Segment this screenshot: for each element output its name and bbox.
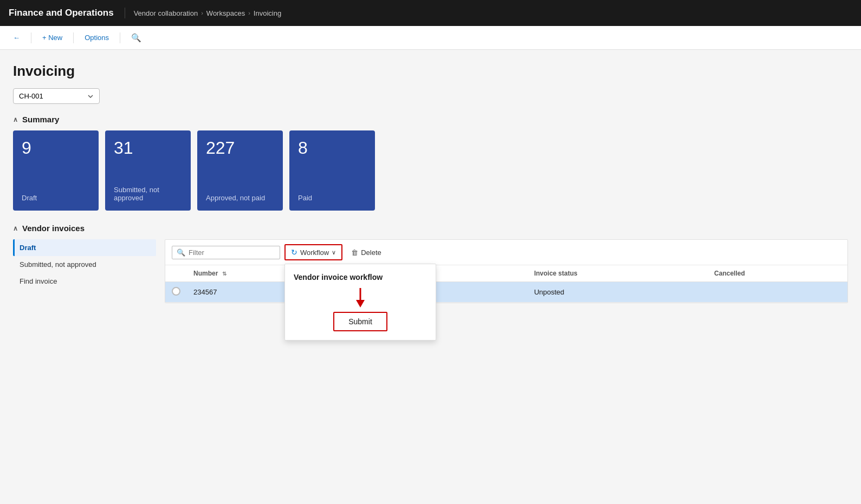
page-title: Invoicing bbox=[13, 63, 848, 80]
delete-button[interactable]: 🗑 Delete bbox=[347, 246, 386, 259]
action-divider-1 bbox=[31, 32, 31, 43]
filter-search-icon: 🔍 bbox=[177, 248, 185, 257]
submit-button[interactable]: Submit bbox=[333, 312, 387, 331]
back-icon: ← bbox=[13, 34, 20, 42]
action-bar: ← + New Options 🔍 bbox=[0, 26, 861, 50]
workflow-button-label: Workflow bbox=[300, 248, 329, 257]
breadcrumb-invoicing[interactable]: Invoicing bbox=[254, 9, 281, 17]
summary-section-header[interactable]: ∧ Summary bbox=[13, 115, 848, 124]
invoice-list-panel: 🔍 ↻ Workflow ∨ 🗑 Delete Vendor invoice w… bbox=[165, 239, 848, 303]
row-cancelled bbox=[708, 282, 847, 303]
svg-marker-1 bbox=[356, 300, 365, 307]
delete-button-label: Delete bbox=[361, 248, 381, 257]
card-approved-number: 227 bbox=[206, 139, 274, 156]
search-button[interactable]: 🔍 bbox=[127, 31, 146, 45]
vendor-invoices-chevron-icon: ∧ bbox=[13, 225, 18, 232]
workflow-dropdown-title: Vendor invoice workflow bbox=[294, 273, 427, 282]
row-invoice-status: Unposted bbox=[528, 282, 708, 303]
col-select bbox=[165, 265, 187, 282]
nav-item-find-invoice[interactable]: Find invoice bbox=[13, 273, 156, 290]
options-button[interactable]: Options bbox=[80, 31, 113, 44]
summary-card-draft[interactable]: 9 Draft bbox=[13, 130, 99, 211]
table-row[interactable]: 234567 000161 Unposted bbox=[165, 282, 847, 303]
nav-item-draft[interactable]: Draft bbox=[13, 239, 156, 256]
dropdown-arrow-area bbox=[294, 288, 427, 307]
options-label: Options bbox=[85, 34, 109, 42]
card-draft-number: 9 bbox=[22, 139, 90, 156]
workflow-chevron-icon: ∨ bbox=[332, 249, 336, 256]
app-brand: Finance and Operations bbox=[9, 8, 125, 18]
row-radio-btn[interactable] bbox=[172, 287, 180, 296]
filter-input[interactable] bbox=[189, 248, 275, 257]
card-paid-label: Paid bbox=[298, 194, 366, 202]
company-select[interactable]: CH-001 CH-002 US-001 bbox=[13, 88, 100, 104]
card-approved-label: Approved, not paid bbox=[206, 194, 274, 202]
sort-icon-number: ⇅ bbox=[222, 271, 226, 277]
col-cancelled-label: Cancelled bbox=[714, 270, 745, 277]
vendor-invoices-section-label: Vendor invoices bbox=[22, 224, 85, 233]
breadcrumb-sep-2: › bbox=[248, 10, 250, 16]
col-invoice-status: Invoice status bbox=[528, 265, 708, 282]
breadcrumb-workspaces[interactable]: Workspaces bbox=[206, 9, 245, 17]
card-submitted-label: Submitted, not approved bbox=[114, 186, 182, 202]
card-paid-number: 8 bbox=[298, 139, 366, 156]
breadcrumb-sep-1: › bbox=[201, 10, 203, 16]
workflow-refresh-icon: ↻ bbox=[291, 248, 297, 257]
top-nav-bar: Finance and Operations Vendor collaborat… bbox=[0, 0, 861, 26]
workflow-button[interactable]: ↻ Workflow ∨ bbox=[284, 244, 342, 260]
summary-card-approved[interactable]: 227 Approved, not paid bbox=[197, 130, 283, 211]
action-divider-2 bbox=[73, 32, 74, 43]
vendor-invoices-section-header[interactable]: ∧ Vendor invoices bbox=[13, 224, 848, 233]
dropdown-arrow-svg bbox=[352, 288, 369, 307]
col-cancelled: Cancelled bbox=[708, 265, 847, 282]
summary-card-submitted[interactable]: 31 Submitted, not approved bbox=[105, 130, 191, 211]
breadcrumb-vendor-collaboration[interactable]: Vendor collaboration bbox=[134, 9, 198, 17]
card-draft-label: Draft bbox=[22, 194, 90, 202]
col-status-label: Invoice status bbox=[534, 270, 578, 277]
summary-chevron-icon: ∧ bbox=[13, 116, 18, 123]
summary-cards: 9 Draft 31 Submitted, not approved 227 A… bbox=[13, 130, 848, 211]
vendor-invoices-section: Draft Submitted, not approved Find invoi… bbox=[13, 239, 848, 303]
nav-item-submitted[interactable]: Submitted, not approved bbox=[13, 256, 156, 273]
invoice-toolbar: 🔍 ↻ Workflow ∨ 🗑 Delete Vendor invoice w… bbox=[165, 240, 847, 265]
main-content: Invoicing CH-001 CH-002 US-001 ∧ Summary… bbox=[0, 50, 861, 504]
new-button-label: + New bbox=[42, 34, 62, 42]
col-number-label: Number bbox=[193, 270, 218, 277]
summary-card-paid[interactable]: 8 Paid bbox=[289, 130, 375, 211]
filter-input-wrap[interactable]: 🔍 bbox=[172, 246, 280, 259]
card-submitted-number: 31 bbox=[114, 139, 182, 156]
new-button[interactable]: + New bbox=[38, 31, 67, 44]
row-radio-col bbox=[165, 282, 187, 303]
search-icon: 🔍 bbox=[131, 33, 141, 42]
workflow-dropdown: Vendor invoice workflow Submit bbox=[284, 264, 436, 341]
invoice-table: Number ⇅ Purchase order Invoice status C… bbox=[165, 265, 847, 303]
summary-section-label: Summary bbox=[22, 115, 59, 124]
breadcrumb: Vendor collaboration › Workspaces › Invo… bbox=[134, 9, 281, 17]
delete-icon: 🗑 bbox=[351, 248, 358, 257]
vendor-invoices-left-nav: Draft Submitted, not approved Find invoi… bbox=[13, 239, 165, 303]
back-button[interactable]: ← bbox=[9, 31, 24, 44]
table-header-row: Number ⇅ Purchase order Invoice status C… bbox=[165, 265, 847, 282]
action-divider-3 bbox=[120, 32, 120, 43]
